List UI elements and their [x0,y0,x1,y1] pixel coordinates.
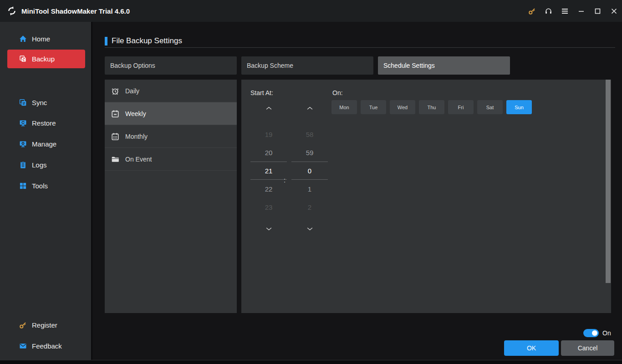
minute-option[interactable]: 1 [291,180,328,198]
manage-icon [19,140,27,148]
schedule-type-daily[interactable]: Daily [105,80,237,102]
maximize-icon[interactable] [589,0,606,22]
day-button-thu[interactable]: Thu [419,100,444,114]
tab-backup-options[interactable]: Backup Options [105,56,237,75]
day-button-fri[interactable]: Fri [448,100,474,114]
schedule-type-label: Monthly [125,133,148,140]
on-label: On: [332,89,343,96]
schedule-type-weekly[interactable]: Weekly [105,102,237,125]
minute-option[interactable]: 58 [291,125,328,143]
schedule-type-on-event[interactable]: On Event [105,148,237,171]
header-divider [105,47,615,48]
tab-label: Backup Options [110,62,155,69]
sidebar-item-restore[interactable]: Restore [0,116,92,130]
hour-option[interactable]: 20 [250,143,287,162]
schedule-type-monthly[interactable]: Monthly [105,125,237,148]
sidebar-item-label: Backup [32,55,55,63]
minute-option[interactable]: 59 [291,143,328,162]
sidebar-item-label: Register [32,321,57,329]
register-key-icon[interactable] [524,0,540,22]
cancel-button[interactable]: Cancel [561,340,614,356]
panel-scrollbar[interactable] [605,80,611,313]
day-button-mon[interactable]: Mon [331,100,357,114]
sidebar-item-home[interactable]: Home [0,31,92,46]
calendar-month-icon [111,132,119,141]
backup-icon [19,55,27,63]
day-button-sun[interactable]: Sun [506,100,532,114]
toggle-state-label: On [602,329,611,337]
tab-schedule-settings[interactable]: Schedule Settings [378,56,510,75]
sidebar-item-label: Logs [32,161,47,169]
time-separator: : [281,171,288,189]
sidebar-item-backup[interactable]: Backup [7,50,85,68]
start-at-label: Start At: [250,89,273,96]
minute-up-icon[interactable] [291,104,328,111]
alarm-clock-icon [111,87,119,95]
minute-option-selected[interactable]: 0 [291,162,328,180]
day-button-wed[interactable]: Wed [390,100,415,114]
folder-icon [111,155,119,163]
toggle-knob [592,330,597,336]
schedule-type-label: Weekly [125,110,146,117]
day-of-week-row: Mon Tue Wed Thu Fri Sat Sun [331,100,532,114]
window-bottom-edge [0,360,622,364]
tab-label: Backup Scheme [247,62,293,69]
minimize-icon[interactable] [573,0,589,22]
ok-button[interactable]: OK [504,340,559,356]
schedule-type-list: Daily Weekly Monthly On Event [105,80,237,313]
sidebar-item-label: Feedback [32,342,62,350]
page-title: File Backup Settings [112,36,182,46]
sidebar-item-register[interactable]: Register [0,318,92,332]
sidebar-item-label: Restore [32,119,56,127]
sidebar-item-label: Manage [32,140,56,148]
page-header: File Backup Settings [105,36,182,46]
title-accent-bar [105,37,107,46]
headset-icon[interactable] [540,0,556,22]
title-bar: MiniTool ShadowMaker Trial 4.6.0 [0,0,622,22]
tab-backup-scheme[interactable]: Backup Scheme [241,56,373,75]
scrollbar-thumb[interactable] [606,80,611,283]
sidebar-item-manage[interactable]: Manage [0,136,92,151]
day-button-sat[interactable]: Sat [477,100,503,114]
schedule-settings-panel: Start At: On: 19 20 21 22 23 : 58 59 0 1 [241,80,611,313]
home-icon [19,35,27,43]
sidebar-item-label: Home [32,35,50,43]
sidebar-item-sync[interactable]: Sync [0,95,92,110]
app-window: MiniTool ShadowMaker Trial 4.6.0 [0,0,622,364]
hour-up-icon[interactable] [250,104,287,111]
sidebar-item-label: Sync [32,99,47,106]
sidebar-item-feedback[interactable]: Feedback [0,339,92,353]
window-title: MiniTool ShadowMaker Trial 4.6.0 [21,7,130,15]
schedule-toggle[interactable] [583,329,599,337]
day-button-tue[interactable]: Tue [361,100,386,114]
menu-icon[interactable] [556,0,573,22]
minute-option[interactable]: 2 [291,198,328,216]
minute-down-icon[interactable] [291,225,328,233]
mail-icon [19,342,27,350]
hour-option[interactable]: 19 [250,125,287,143]
tools-icon [19,182,27,190]
sync-icon [19,99,27,106]
schedule-type-label: Daily [125,87,139,95]
hour-down-icon[interactable] [250,225,287,233]
logs-icon [19,161,27,169]
calendar-week-icon [111,110,119,118]
sidebar-item-tools[interactable]: Tools [0,178,92,193]
sidebar-item-label: Tools [32,182,48,190]
sidebar: Home Backup Sync Restore Manage [0,22,92,360]
tab-label: Schedule Settings [383,62,435,69]
sidebar-item-logs[interactable]: Logs [0,157,92,172]
titlebar-buttons [524,0,622,22]
restore-icon [19,119,27,127]
key-icon [19,321,27,329]
hour-option[interactable]: 23 [250,198,287,216]
minitool-logo-icon [6,5,17,16]
schedule-type-label: On Event [125,156,152,163]
close-icon[interactable] [606,0,622,22]
